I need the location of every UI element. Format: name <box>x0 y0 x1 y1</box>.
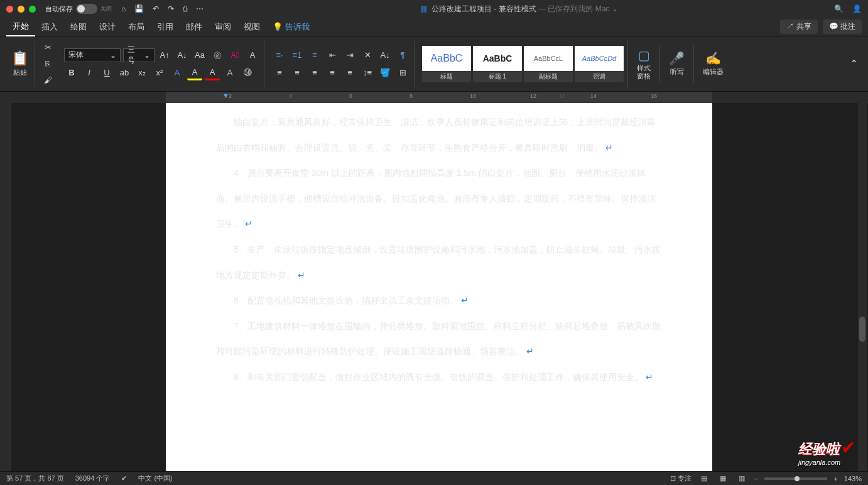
tab-insert[interactable]: 插入 <box>35 18 64 36</box>
cut-icon[interactable]: ✂ <box>40 41 55 55</box>
minimize-window[interactable] <box>18 6 24 13</box>
asian-layout-icon[interactable]: ✕ <box>360 48 375 63</box>
dictate-button[interactable]: 🎤 听写 <box>664 48 690 79</box>
sort-icon[interactable]: A↓ <box>377 48 393 63</box>
multilevel-icon[interactable]: ≡ <box>307 48 322 63</box>
scrollbar-thumb[interactable] <box>859 317 865 342</box>
paragraph[interactable]: 8、和有关部门密切配合，做好作业区域内的既有光缆、管线的调查、保护和处理工作，确… <box>216 364 662 390</box>
tab-view[interactable]: 视图 <box>237 18 266 36</box>
shading-icon[interactable]: 🪣 <box>377 65 393 80</box>
bullets-icon[interactable]: ≡· <box>272 48 287 63</box>
redo-icon[interactable]: ↷ <box>168 4 174 13</box>
grow-font-icon[interactable]: A↑ <box>157 48 172 63</box>
font-color-icon[interactable]: A <box>205 65 220 80</box>
style-subtitle[interactable]: AaBbCcL 副标题 <box>524 46 573 82</box>
tab-tellme[interactable]: 💡 告诉我 <box>266 18 316 36</box>
read-mode-icon[interactable]: ▤ <box>698 474 710 484</box>
page-count[interactable]: 第 57 页，共 87 页 <box>6 474 64 483</box>
borders-icon[interactable]: ⊞ <box>395 65 410 80</box>
spell-check-icon[interactable]: ✔ <box>121 474 127 482</box>
paragraph[interactable]: 5、生产、生活垃圾按指定地点倾倒，设置垃圾围护设施和污水池，污水池加盖，防止滋生… <box>216 237 662 288</box>
autosave-switch[interactable] <box>76 4 97 14</box>
collapse-ribbon-icon[interactable]: ⌃ <box>845 58 863 70</box>
tab-layout[interactable]: 布局 <box>122 18 151 36</box>
vertical-scrollbar[interactable] <box>858 103 867 471</box>
title-dropdown[interactable]: ⌄ <box>612 4 618 13</box>
styles-pane-button[interactable]: ▢ 样式 窗格 <box>632 45 656 82</box>
subscript-icon[interactable]: x₂ <box>134 65 149 80</box>
decrease-indent-icon[interactable]: ⇤ <box>325 48 340 63</box>
distribute-icon[interactable]: ≡ <box>342 65 357 80</box>
document-page[interactable]: 贴白瓷片；厨房通风良好，经常保持卫生、清洁；炊事人员持健康证和岗位培训证上岗；上… <box>166 103 712 471</box>
editor-icon: ✍ <box>705 51 721 66</box>
show-marks-icon[interactable]: ¶ <box>395 48 410 63</box>
italic-icon[interactable]: I <box>82 65 97 80</box>
tab-design[interactable]: 设计 <box>93 18 122 36</box>
align-right-icon[interactable]: ≡ <box>307 65 322 80</box>
text-effects-icon[interactable]: A <box>170 65 185 80</box>
save-icon[interactable]: 💾 <box>134 4 144 13</box>
account-icon[interactable]: 👤 <box>852 4 862 13</box>
format-painter-icon[interactable]: 🖌 <box>40 74 55 87</box>
change-case-icon[interactable]: Aa <box>192 48 207 63</box>
home-icon[interactable]: ⌂ <box>121 4 126 13</box>
undo-icon[interactable]: ↶ <box>153 4 159 13</box>
style-heading[interactable]: AaBbC 标题 <box>422 46 471 82</box>
tab-mailings[interactable]: 邮件 <box>180 18 209 36</box>
close-window[interactable] <box>6 6 13 13</box>
align-left-icon[interactable]: ≡ <box>272 65 287 80</box>
numbering-icon[interactable]: ≡1 <box>290 48 305 63</box>
tab-draw[interactable]: 绘图 <box>64 18 93 36</box>
bold-icon[interactable]: B <box>64 65 79 80</box>
search-icon[interactable]: 🔍 <box>834 4 844 13</box>
font-size-combo[interactable]: 三号⌄ <box>123 48 155 62</box>
justify-icon[interactable]: ≡ <box>325 65 340 80</box>
web-layout-icon[interactable]: ▥ <box>735 474 748 484</box>
tab-home[interactable]: 开始 <box>6 18 35 36</box>
strikethrough-icon[interactable]: ab <box>117 65 132 80</box>
superscript-icon[interactable]: x² <box>152 65 167 80</box>
share-button[interactable]: ↗ 共享 <box>780 19 817 34</box>
clear-format-icon[interactable]: A⃠ <box>227 48 242 63</box>
tab-references[interactable]: 引用 <box>151 18 180 36</box>
vertical-ruler[interactable] <box>0 103 11 471</box>
zoom-slider[interactable] <box>764 477 827 480</box>
maximize-window[interactable] <box>29 6 36 13</box>
paragraph[interactable]: 6、配置电视机和其他文娱设施，搞好全员工余文娱活动。 ↵ <box>216 288 662 313</box>
font-name-combo[interactable]: 宋体⌄ <box>64 48 121 62</box>
print-layout-icon[interactable]: ▦ <box>717 474 729 484</box>
word-icon: ▦ <box>420 4 427 13</box>
tab-review[interactable]: 审阅 <box>209 18 237 36</box>
char-border-icon[interactable]: A <box>245 48 260 63</box>
style-emphasis[interactable]: AaBbCcDd 强调 <box>575 46 624 82</box>
phonetic-icon[interactable]: ㊭ <box>210 48 225 63</box>
print-icon[interactable]: ⎙ <box>183 4 187 13</box>
paragraph[interactable]: 4、厕所要离开食堂 30m 以上的距离，厕内墙粗铺贴高度 1.5m 的白瓷片，地… <box>216 160 662 237</box>
enclose-icon[interactable]: ㊿ <box>240 65 255 80</box>
autosave-state: 关闭 <box>100 5 112 13</box>
zoom-in-icon[interactable]: + <box>833 475 837 482</box>
more-icon[interactable]: ⋯ <box>196 4 203 13</box>
focus-mode[interactable]: ⊡ 专注 <box>670 474 692 483</box>
zoom-out-icon[interactable]: − <box>754 475 758 482</box>
highlight-icon[interactable]: A <box>187 65 202 80</box>
zoom-level[interactable]: 143% <box>844 475 862 482</box>
paragraph[interactable]: 7、工地建筑材料一律堆放在围墙内，并分类堆放。散料窗池围挡、杆料立杆分栏、块料起… <box>216 313 662 364</box>
paragraph[interactable]: 贴白瓷片；厨房通风良好，经常保持卫生、清洁；炊事人员持健康证和岗位培训证上岗；上… <box>216 109 662 160</box>
doc-mode: - 兼容性模式 <box>494 4 536 13</box>
underline-icon[interactable]: U <box>99 65 114 80</box>
word-count[interactable]: 36094 个字 <box>75 474 111 483</box>
char-shading-icon[interactable]: A <box>222 65 237 80</box>
editor-button[interactable]: ✍ 编辑器 <box>698 48 729 79</box>
line-spacing-icon[interactable]: ↕≡ <box>360 65 375 80</box>
shrink-font-icon[interactable]: A↓ <box>175 48 190 63</box>
copy-icon[interactable]: ⎘ <box>40 57 55 71</box>
style-heading1[interactable]: AaBbC 标题 1 <box>473 46 522 82</box>
comments-button[interactable]: 💬 批注 <box>823 19 862 34</box>
language[interactable]: 中文 (中国) <box>138 474 172 483</box>
autosave-toggle[interactable]: 自动保存 关闭 <box>45 4 112 14</box>
align-center-icon[interactable]: ≡ <box>290 65 305 80</box>
horizontal-ruler[interactable]: ▼ 246810121416 18 <box>0 92 868 103</box>
increase-indent-icon[interactable]: ⇥ <box>342 48 357 63</box>
paste-button[interactable]: 📋 粘贴 <box>9 48 31 80</box>
